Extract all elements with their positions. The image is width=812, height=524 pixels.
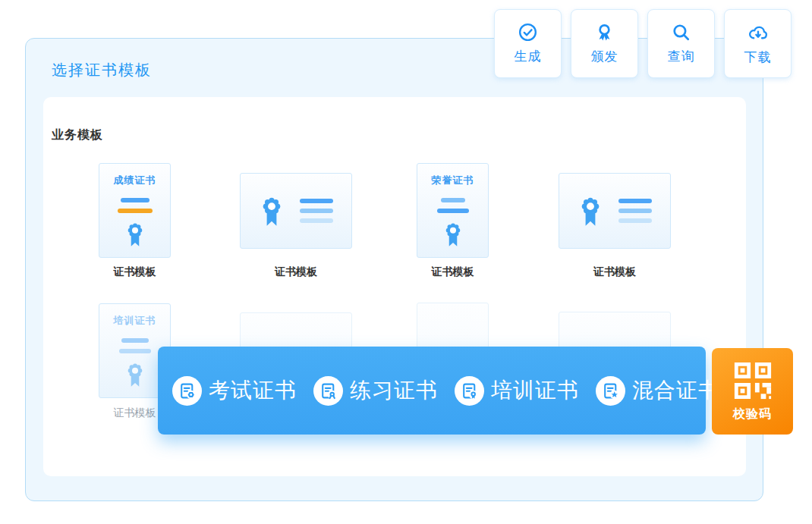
award-ribbon-icon — [594, 22, 615, 42]
preview-line — [121, 338, 149, 343]
certificate-type-banner: 考试证书 练习证书 — [158, 347, 706, 435]
issue-label: 颁发 — [591, 48, 618, 65]
cert-preview-title: 成绩证书 — [114, 174, 156, 187]
verification-code-label: 校验码 — [733, 406, 772, 422]
preview-line — [437, 209, 469, 213]
check-circle-icon — [518, 22, 538, 42]
medal-icon — [124, 361, 146, 388]
doc-gear-icon — [172, 376, 202, 406]
preview-line — [121, 198, 149, 202]
banner-item-exam[interactable]: 考试证书 — [172, 376, 297, 406]
banner-item-practice[interactable]: 练习证书 — [313, 376, 438, 406]
section-title: 业务模板 — [52, 127, 103, 143]
preview-line — [119, 349, 151, 353]
banner-item-label: 考试证书 — [209, 376, 297, 405]
template-card-landscape-2[interactable] — [559, 173, 671, 249]
banner-item-label: 培训证书 — [491, 376, 579, 405]
page-title: 选择证书模板 — [52, 60, 152, 80]
cert-preview-title: 培训证书 — [114, 314, 156, 328]
doc-medal-icon — [313, 376, 343, 406]
medal-icon — [124, 221, 146, 248]
doc-star-icon — [596, 376, 625, 406]
template-card-score[interactable]: 成绩证书 — [99, 163, 171, 258]
template-card-landscape-1[interactable] — [240, 173, 352, 249]
query-label: 查询 — [668, 48, 695, 65]
download-label: 下载 — [744, 49, 772, 66]
preview-lines — [618, 193, 652, 228]
cert-preview-title: 荣誉证书 — [432, 174, 474, 187]
qr-code-icon — [732, 360, 773, 401]
issue-button[interactable]: 颁发 — [571, 9, 638, 78]
preview-lines — [300, 193, 333, 228]
preview-line — [118, 209, 153, 213]
preview-line — [441, 198, 465, 202]
template-card-label: 证书模板 — [240, 265, 352, 279]
medal-icon — [578, 195, 603, 227]
verification-code-badge[interactable]: 校验码 — [712, 348, 793, 435]
download-button[interactable]: 下载 — [724, 9, 792, 78]
query-button[interactable]: 查询 — [647, 9, 715, 78]
template-card-label: 证书模板 — [99, 265, 171, 279]
banner-item-training[interactable]: 培训证书 — [455, 376, 579, 406]
template-card-label: 证书模板 — [417, 265, 489, 279]
generate-button[interactable]: 生成 — [494, 9, 562, 78]
template-card-honor[interactable]: 荣誉证书 — [417, 163, 489, 258]
generate-label: 生成 — [515, 48, 542, 65]
medal-icon — [259, 195, 285, 227]
template-card-label: 证书模板 — [559, 265, 671, 279]
medal-icon — [442, 221, 464, 248]
banner-item-label: 练习证书 — [350, 376, 438, 405]
search-icon — [671, 22, 691, 42]
doc-ribbon-icon — [455, 376, 484, 406]
banner-item-label: 混合证书 — [632, 376, 720, 405]
cloud-download-icon — [747, 22, 769, 43]
banner-item-mixed[interactable]: 混合证书 — [596, 376, 720, 406]
